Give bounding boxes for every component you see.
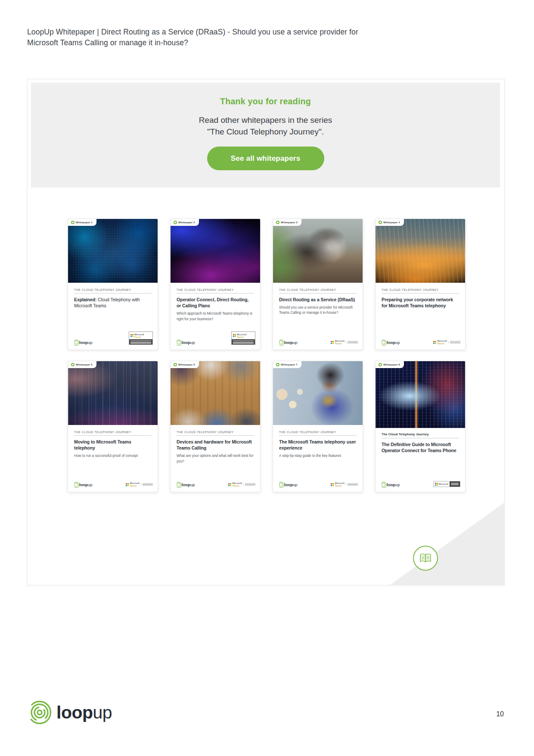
- loopup-logo-small: loopup: [74, 340, 93, 345]
- loopup-logo-small: loopup: [177, 340, 195, 345]
- loopup-ring-icon: [276, 363, 279, 366]
- whitepaper-subtitle: How to run a successful proof of concept: [74, 453, 152, 459]
- brand-loop: loop: [79, 340, 88, 345]
- loopup-ring-icon: [279, 483, 283, 487]
- series-eyebrow: THE CLOUD TELEPHONY JOURNEY: [74, 288, 152, 291]
- loopup-logo-small: loopup: [279, 340, 298, 345]
- loopup-ring-icon: [379, 221, 382, 224]
- whitepaper-card-2[interactable]: Whitepaper 2 THE CLOUD TELEPHONY JOURNEY…: [170, 219, 261, 350]
- banner-line-1: Read other whitepapers in the series: [199, 114, 332, 126]
- loopup-logo: loopup: [27, 700, 112, 725]
- brand-loop: loop: [56, 703, 93, 722]
- loopup-ring-icon: [174, 363, 177, 366]
- badge-label: Whitepaper 5: [76, 363, 93, 366]
- microsoft-partner-badge: MicrosoftPartner: [231, 331, 255, 345]
- microsoft-partner-badge: Microsoft: [433, 481, 461, 487]
- divider: [382, 293, 459, 294]
- whitepaper-number-badge: Whitepaper 3: [273, 219, 301, 226]
- banner-heading: Thank you for reading: [220, 97, 311, 106]
- microsoft-logo-icon: [435, 483, 438, 486]
- open-book-icon-button[interactable]: [413, 546, 438, 571]
- divider: [279, 435, 357, 436]
- loopup-ring-icon: [174, 221, 177, 224]
- whitepaper-title: Operator Connect, Direct Routing, or Cal…: [177, 297, 254, 309]
- cover-image-city-light-beams: Whitepaper 5: [68, 361, 158, 425]
- cover-image-woman-headset: Whitepaper 7: [273, 361, 363, 425]
- loopup-ring-icon: [74, 483, 78, 487]
- badge-label: Whitepaper 7: [281, 363, 298, 366]
- whitepaper-subtitle: A step-by-step guide to the key features: [279, 453, 357, 459]
- series-eyebrow: THE CLOUD TELEPHONY JOURNEY: [177, 288, 254, 291]
- loopup-logo-small: loopup: [74, 482, 93, 487]
- badge-label: Whitepaper 2: [178, 221, 195, 224]
- whitepaper-title: Direct Routing as a Service (DRaaS): [279, 297, 357, 303]
- loopup-ring-icon: [177, 483, 180, 487]
- whitepaper-number-badge: Whitepaper 5: [68, 361, 96, 368]
- microsoft-partner-badge: MicrosoftPartner: [129, 331, 153, 345]
- whitepaper-card-7[interactable]: Whitepaper 7 THE CLOUD TELEPHONY JOURNEY…: [273, 361, 363, 492]
- divider: [382, 438, 459, 438]
- whitepaper-card-4[interactable]: Whitepaper 4 THE CLOUD TELEPHONY JOURNEY…: [375, 219, 466, 350]
- see-all-whitepapers-button[interactable]: See all whitepapers: [207, 147, 324, 170]
- microsoft-partner-badge: MicrosoftPartner: [228, 482, 256, 487]
- header-line-1: LoopUp Whitepaper | Direct Routing as a …: [27, 27, 501, 37]
- series-eyebrow: THE CLOUD TELEPHONY JOURNEY: [279, 288, 357, 291]
- series-eyebrow: THE CLOUD TELEPHONY JOURNEY: [382, 288, 459, 291]
- whitepaper-card-6[interactable]: Whitepaper 6 THE CLOUD TELEPHONY JOURNEY…: [170, 361, 261, 492]
- banner-line-2: "The Cloud Telephony Journey".: [207, 126, 324, 137]
- divider: [74, 293, 152, 294]
- microsoft-logo-icon: [433, 341, 436, 344]
- cover-image-city-highway: Whitepaper 4: [376, 219, 465, 283]
- whitepaper-title: Explained: Cloud Telephony with Microsof…: [74, 297, 152, 309]
- brand-up: up: [88, 340, 93, 345]
- loopup-ring-icon: [74, 341, 78, 344]
- whitepaper-number-badge: Whitepaper 4: [376, 219, 404, 226]
- microsoft-logo-icon: [228, 483, 231, 486]
- loopup-ring-icon: [177, 341, 180, 344]
- loopup-logo-small: loopup: [177, 482, 195, 487]
- whitepaper-subtitle: Which approach to Microsoft Teams teleph…: [177, 311, 254, 322]
- whitepaper-subtitle: What are your options and what will work…: [177, 453, 254, 464]
- loopup-ring-icon: [379, 363, 382, 366]
- microsoft-logo-icon: [331, 483, 334, 486]
- loopup-logo-small: loopup: [382, 482, 400, 487]
- whitepaper-card-8[interactable]: Whitepaper 8 The Cloud Telephony Journey…: [375, 361, 466, 492]
- whitepaper-title: The Microsoft Teams telephony user exper…: [279, 439, 357, 451]
- loopup-logo-small: loopup: [382, 340, 400, 345]
- whitepaper-number-badge: Whitepaper 1: [68, 219, 96, 226]
- loopup-ring-icon: [71, 363, 75, 366]
- whitepaper-number-badge: Whitepaper 6: [171, 361, 199, 368]
- microsoft-logo-icon: [126, 483, 129, 486]
- divider: [177, 293, 254, 294]
- whitepaper-card-1[interactable]: Whitepaper 1 THE CLOUD TELEPHONY JOURNEY…: [68, 219, 158, 350]
- loopup-logo-small: loopup: [279, 482, 298, 487]
- badge-label: Whitepaper 3: [281, 221, 298, 224]
- whitepaper-title: Devices and hardware for Microsoft Teams…: [177, 439, 254, 451]
- cover-image-table-devices: Whitepaper 6: [171, 361, 260, 425]
- microsoft-partner-badge: MicrosoftPartner: [331, 482, 358, 487]
- whitepaper-subtitle: Should you use a service provider for Mi…: [279, 305, 357, 316]
- loopup-ring-icon: [382, 341, 385, 344]
- badge-label: Whitepaper 4: [383, 221, 400, 224]
- series-eyebrow: THE CLOUD TELEPHONY JOURNEY: [279, 431, 357, 434]
- whitepaper-number-badge: Whitepaper 8: [376, 361, 404, 368]
- whitepaper-card-3[interactable]: Whitepaper 3 THE CLOUD TELEPHONY JOURNEY…: [273, 219, 363, 350]
- loopup-ring-icon: [382, 483, 385, 487]
- document-header: LoopUp Whitepaper | Direct Routing as a …: [27, 27, 501, 48]
- loopup-ring-icon: [71, 221, 75, 224]
- divider: [279, 293, 357, 294]
- badge-label: Whitepaper 6: [178, 363, 195, 366]
- whitepaper-title: The Definitive Guide to Microsoft Operat…: [382, 441, 459, 453]
- cover-image-particle-waves: Whitepaper 2: [171, 219, 260, 283]
- loopup-ring-icon: [279, 341, 283, 344]
- microsoft-logo-icon: [130, 334, 134, 337]
- brand-up: up: [93, 703, 112, 722]
- loopup-wordmark: loopup: [56, 704, 112, 722]
- whitepaper-number-badge: Whitepaper 2: [171, 219, 199, 226]
- microsoft-logo-icon: [331, 341, 334, 344]
- microsoft-logo-icon: [233, 334, 236, 337]
- thank-you-banner: Thank you for reading Read other whitepa…: [31, 83, 500, 187]
- whitepaper-page: LoopUp Whitepaper | Direct Routing as a …: [0, 0, 534, 756]
- whitepaper-card-5[interactable]: Whitepaper 5 THE CLOUD TELEPHONY JOURNEY…: [68, 361, 158, 492]
- divider: [74, 435, 152, 436]
